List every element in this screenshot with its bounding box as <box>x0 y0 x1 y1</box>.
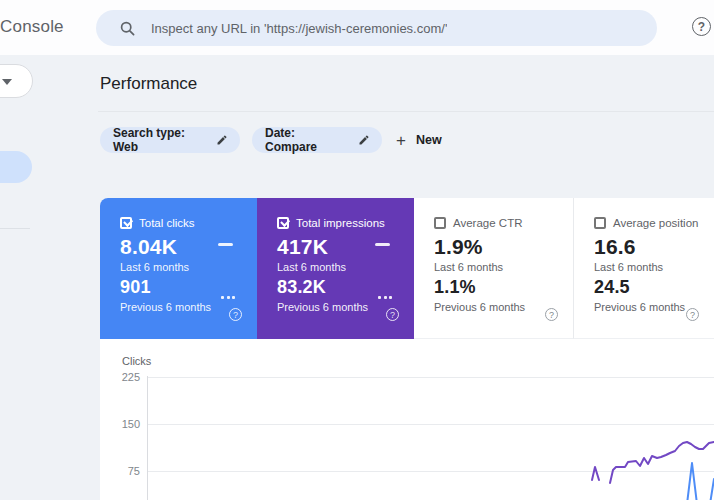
metric-prev-period: Previous 6 months <box>277 301 368 313</box>
metric-prev-value: 1.1% <box>434 277 476 298</box>
metric-prev-period: Previous 6 months <box>434 301 525 313</box>
metric-checkbox-row[interactable]: Average position <box>594 217 698 229</box>
chart-y-tick: 75 <box>108 465 140 477</box>
metric-prev-value: 24.5 <box>594 277 630 298</box>
chart-y-axis-label: Clicks <box>122 355 151 367</box>
metric-cards-row: Total clicks 8.04K Last 6 months 901 Pre… <box>100 198 714 339</box>
metric-card-average-ctr[interactable]: Average CTR 1.9% Last 6 months 1.1% Prev… <box>414 198 573 339</box>
checkbox-icon[interactable] <box>434 217 446 229</box>
checkbox-icon[interactable] <box>594 217 606 229</box>
chart-lines <box>147 370 714 500</box>
metric-period: Last 6 months <box>594 261 663 273</box>
pencil-icon <box>358 134 370 146</box>
app-logo-text: Console <box>0 17 64 37</box>
metric-label: Total impressions <box>296 217 385 229</box>
metric-period: Last 6 months <box>120 261 189 273</box>
metric-prev-period: Previous 6 months <box>594 301 685 313</box>
solid-line-legend-icon <box>218 243 233 246</box>
metric-label: Total clicks <box>139 217 195 229</box>
property-selector[interactable] <box>0 64 33 98</box>
chevron-down-icon <box>2 79 12 85</box>
metric-label: Average CTR <box>453 217 522 229</box>
top-app-bar: Console Inspect any URL in 'https://jewi… <box>0 0 714 55</box>
solid-line-legend-icon <box>375 243 390 246</box>
metric-label: Average position <box>613 217 698 229</box>
search-input[interactable]: Inspect any URL in 'https://jewish-cerem… <box>151 21 447 36</box>
dotted-line-legend-icon <box>219 285 236 303</box>
search-icon <box>120 21 135 36</box>
sidebar-divider <box>0 228 30 229</box>
metric-checkbox-row[interactable]: Average CTR <box>434 217 522 229</box>
sidebar-item-performance-selected[interactable] <box>0 151 32 183</box>
dotted-line-legend-icon <box>376 285 393 303</box>
search-console-performance-page: { "brand": "Console", "topbar": { "searc… <box>0 0 714 500</box>
checkbox-icon[interactable] <box>120 217 132 229</box>
pencil-icon <box>216 134 228 146</box>
metric-help-icon[interactable]: ? <box>686 308 699 321</box>
metric-checkbox-row[interactable]: Total impressions <box>277 217 385 229</box>
metric-period: Last 6 months <box>277 261 346 273</box>
metric-value: 8.04K <box>120 235 177 259</box>
question-mark-icon: ? <box>698 20 705 34</box>
metric-period: Last 6 months <box>434 261 503 273</box>
metric-value: 16.6 <box>594 235 636 259</box>
metric-help-icon[interactable]: ? <box>545 308 558 321</box>
filter-chip-label: Search type: Web <box>113 126 207 154</box>
filter-chip-label: Date: Compare <box>265 126 349 154</box>
page-title: Performance <box>100 74 197 94</box>
help-button[interactable]: ? <box>692 17 711 36</box>
new-filter-label: New <box>416 133 442 147</box>
filter-chip-search-type[interactable]: Search type: Web <box>100 127 240 153</box>
metric-prev-period: Previous 6 months <box>120 301 211 313</box>
new-filter-button[interactable]: + New <box>396 127 442 153</box>
checkbox-icon[interactable] <box>277 217 289 229</box>
chart-y-tick: 225 <box>108 371 140 383</box>
metric-card-total-impressions[interactable]: Total impressions 417K Last 6 months 83.… <box>257 198 414 339</box>
metric-prev-value: 901 <box>120 277 151 298</box>
metric-checkbox-row[interactable]: Total clicks <box>120 217 195 229</box>
metric-value: 1.9% <box>434 235 483 259</box>
metric-value: 417K <box>277 235 328 259</box>
header-divider <box>98 111 714 112</box>
url-inspect-search-bar[interactable]: Inspect any URL in 'https://jewish-cerem… <box>96 10 657 46</box>
metric-card-total-clicks[interactable]: Total clicks 8.04K Last 6 months 901 Pre… <box>100 198 257 339</box>
metric-help-icon[interactable]: ? <box>386 308 399 321</box>
filter-chip-date[interactable]: Date: Compare <box>252 127 382 153</box>
chart-y-tick: 150 <box>108 418 140 430</box>
plus-icon: + <box>396 132 406 149</box>
metric-card-average-position[interactable]: Average position 16.6 Last 6 months 24.5… <box>573 198 714 339</box>
metric-prev-value: 83.2K <box>277 277 326 298</box>
metric-help-icon[interactable]: ? <box>229 308 242 321</box>
